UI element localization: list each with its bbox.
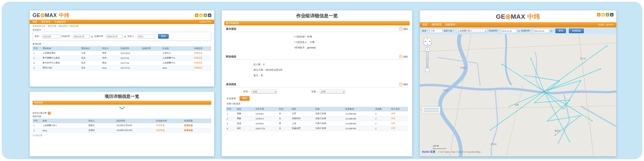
nav-item-project-mgmt[interactable]: 项目管理 bbox=[432, 23, 441, 27]
cell: 测试 bbox=[101, 61, 120, 65]
nav-item-track-query[interactable]: 轨迹查询 bbox=[445, 23, 455, 27]
calendar-icon[interactable]: ▦ bbox=[550, 30, 553, 32]
cell: 4 bbox=[226, 126, 236, 131]
col-header: 序号 bbox=[33, 119, 42, 123]
member-detail-link[interactable]: 详情 bbox=[390, 121, 408, 126]
detail-link[interactable]: 详细信息 bbox=[193, 65, 211, 70]
col-header: 负责人 bbox=[88, 119, 115, 123]
search-button[interactable]: 查询 bbox=[158, 34, 169, 39]
zoom-in-button[interactable]: + bbox=[425, 48, 430, 51]
track-view-link[interactable]: 查看轨迹 bbox=[183, 128, 211, 133]
nav-item-home[interactable]: 首页 bbox=[423, 23, 428, 27]
records-text: 您共有2条记录 bbox=[33, 112, 47, 115]
map-scale: 200 米 bbox=[433, 145, 446, 149]
end-date-input[interactable] bbox=[106, 35, 123, 38]
map-zoom-control[interactable]: + − bbox=[425, 48, 430, 72]
start-date-input[interactable] bbox=[501, 29, 517, 33]
detail-view-link[interactable]: 详情查看 bbox=[155, 128, 183, 133]
instrument-icon-4 bbox=[208, 14, 211, 17]
col-header: 开始时间 bbox=[120, 46, 141, 51]
member-query-line: 作业查询： 查询 bbox=[226, 94, 408, 102]
list-icon[interactable]: ≡ bbox=[48, 112, 51, 115]
expand-chevron[interactable] bbox=[30, 105, 214, 111]
zoom-slider-handle[interactable] bbox=[426, 58, 429, 59]
leader-input[interactable] bbox=[137, 35, 155, 38]
col-header: 成立时间 bbox=[115, 119, 155, 123]
table-row: 3徕卡技术中心测试北京测试2017/7/8上海测量中心详细信息 bbox=[33, 61, 211, 65]
field-line: 备注：无 bbox=[253, 73, 408, 78]
gender-filter-label: 性别： bbox=[243, 90, 250, 93]
edit-icon: ✎ bbox=[399, 83, 402, 86]
cell: 张伟 bbox=[101, 56, 120, 61]
col-header: 结束时间 bbox=[141, 46, 162, 51]
project-name-input[interactable] bbox=[42, 35, 60, 38]
pan-down-icon[interactable]: ▼ bbox=[427, 44, 428, 45]
member-detail-link[interactable]: 详情 bbox=[390, 116, 408, 121]
edit-basic-button[interactable]: ✎ 编辑 bbox=[399, 27, 408, 31]
calendar-icon[interactable]: ▦ bbox=[518, 30, 520, 32]
zoom-out-button[interactable]: − bbox=[425, 68, 430, 72]
pan-left-icon[interactable]: ◀ bbox=[424, 40, 426, 42]
col-header: 序号 bbox=[33, 46, 42, 51]
member-query-button[interactable]: 查询 bbox=[240, 96, 250, 101]
caret-down-icon: ▾ bbox=[485, 30, 486, 32]
member-detail-link[interactable]: 详情 bbox=[390, 111, 408, 116]
title-filter-label: 职称： bbox=[311, 90, 318, 93]
pan-right-icon[interactable]: ▶ bbox=[429, 40, 431, 42]
table-row: 4测试小组2北京leica2017/7/11leica详细信息 bbox=[33, 65, 211, 70]
col-header: 项目名称 bbox=[42, 46, 80, 51]
cell: 2 bbox=[374, 111, 390, 116]
nav-item-project-mgmt[interactable]: 项目管理 bbox=[41, 20, 50, 23]
end-date-input[interactable] bbox=[533, 29, 549, 33]
calendar-icon[interactable]: ▦ bbox=[124, 35, 126, 38]
navbar-right-text: GeoMax 中纬 bbox=[199, 20, 211, 23]
map-canvas[interactable]: 北蔡镇 御桥 康桥镇 川杨河 张江镇 周浦镇 ▲ ▼ ◀ ▶ + − 200 米… bbox=[420, 34, 616, 156]
edit-extra-button[interactable]: ✎ 编辑 bbox=[399, 55, 408, 58]
cell bbox=[141, 51, 162, 56]
detail-link[interactable]: 详细信息 bbox=[193, 56, 211, 61]
cell: 上海测量中心 bbox=[162, 61, 193, 65]
basic-info-section: 基本信息 ✎ 编辑 *小组名称：中伟 *小组负责人：小伟 *查询账号：geoma… bbox=[226, 26, 408, 53]
detail-link[interactable]: 详细信息 bbox=[193, 51, 211, 56]
track-replay-button[interactable]: 轨迹回放 bbox=[569, 29, 584, 33]
detail-view-link[interactable]: 详情查看 bbox=[155, 123, 183, 128]
detail-link[interactable]: 详细信息 bbox=[193, 61, 211, 65]
caret-down-icon: ▾ bbox=[343, 91, 344, 93]
section-bar-label: 项目信息 bbox=[34, 101, 43, 104]
group-select[interactable]: 上海测量小队1 ▾ bbox=[456, 29, 487, 33]
member-detail-link[interactable]: 详情 bbox=[390, 126, 408, 131]
map-label: 康桥镇 bbox=[554, 130, 561, 132]
instrument-icon-3 bbox=[204, 14, 207, 17]
track-view-link[interactable]: 查看轨迹 bbox=[183, 123, 211, 128]
group-label: 选择小组： bbox=[444, 29, 455, 32]
pan-up-icon[interactable]: ▲ bbox=[427, 38, 428, 40]
track-hub-marker[interactable] bbox=[543, 90, 545, 92]
edit-members-button[interactable]: ✎ 编辑 bbox=[399, 83, 408, 86]
track-search-button[interactable]: 查询 bbox=[555, 29, 566, 33]
title-select[interactable]: 全部 ▾ bbox=[320, 90, 345, 94]
select-value: 全部 bbox=[321, 90, 325, 93]
cell: 1 bbox=[226, 111, 236, 116]
cell: 孙丽 bbox=[236, 111, 254, 116]
cell: 上海测试项目 bbox=[42, 51, 80, 56]
members-table: 序号 姓名 出生日期 性别 籍贯 职称 联系电话 仪器数 员工信息 1孙丽197… bbox=[226, 107, 408, 131]
cell: 2017/7/8 bbox=[120, 61, 141, 65]
start-date-input[interactable] bbox=[73, 35, 90, 38]
calendar-icon[interactable]: ▦ bbox=[91, 35, 93, 38]
name-input[interactable] bbox=[430, 29, 442, 33]
main-navbar: 首页 项目管理 轨迹查询 欢迎您：geomax bbox=[420, 22, 616, 27]
instrument-icons bbox=[597, 13, 613, 16]
nav-item-home[interactable]: 首页 bbox=[33, 20, 37, 23]
logo-text-cn: 中纬 bbox=[59, 12, 70, 19]
cell: 3 bbox=[226, 121, 236, 126]
col-header: 联系电话 bbox=[344, 107, 374, 111]
gender-select[interactable]: 全部 ▾ bbox=[252, 90, 277, 94]
map-pan-control[interactable]: ▲ ▼ ◀ ▶ bbox=[423, 37, 432, 46]
map-label: 御桥 bbox=[515, 104, 519, 106]
nav-item-workgroup-mgmt[interactable]: 作业组管理 bbox=[54, 20, 66, 23]
table-row: 1孙丽1974/6/1女江苏高级工程师1214567892详情 bbox=[226, 111, 408, 116]
instrument-icon-4 bbox=[610, 13, 613, 16]
zoom-slider[interactable] bbox=[426, 51, 428, 68]
edit-icon: ✎ bbox=[399, 55, 402, 58]
search-form: 名称： 开始时间： ▦ 结束时间： ▦ 负责人： 查询 bbox=[33, 32, 211, 41]
